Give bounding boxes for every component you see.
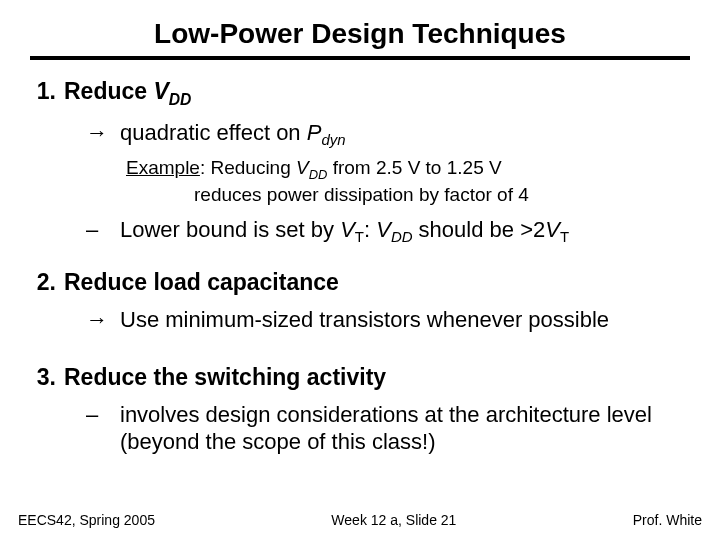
text: Lower bound is set by bbox=[120, 217, 340, 242]
example-block: Example: Reducing VDD from 2.5 V to 1.25… bbox=[126, 156, 690, 207]
footer-right: Prof. White bbox=[633, 512, 702, 528]
sub-dyn: dyn bbox=[321, 131, 345, 148]
subitem-text: quadratic effect on Pdyn bbox=[120, 119, 346, 150]
list-item-3: 3. Reduce the switching activity bbox=[30, 364, 690, 391]
slide: Low-Power Design Techniques 1. Reduce VD… bbox=[0, 0, 720, 540]
text: Reduce bbox=[64, 78, 153, 104]
subitem-quadratic: → quadratic effect on Pdyn bbox=[86, 119, 690, 150]
slide-title: Low-Power Design Techniques bbox=[30, 18, 690, 50]
sub-t: T bbox=[560, 229, 569, 246]
text: : bbox=[364, 217, 376, 242]
var-v: V bbox=[376, 217, 391, 242]
subitem-architecture: – involves design considerations at the … bbox=[86, 401, 690, 456]
text: should be >2 bbox=[413, 217, 546, 242]
subitem-text: Use minimum-sized transistors whenever p… bbox=[120, 306, 609, 334]
var-v: V bbox=[153, 78, 168, 104]
list-item-2: 2. Reduce load capacitance bbox=[30, 269, 690, 296]
item-text: Reduce load capacitance bbox=[64, 269, 339, 296]
var-v: V bbox=[545, 217, 560, 242]
text: from 2.5 V to 1.25 V bbox=[327, 157, 501, 178]
text: : Reducing bbox=[200, 157, 296, 178]
item-number: 1. bbox=[30, 78, 64, 105]
example-line1: Example: Reducing VDD from 2.5 V to 1.25… bbox=[126, 156, 690, 183]
item-number: 2. bbox=[30, 269, 64, 296]
subitem-lowerbound: – Lower bound is set by VT: VDD should b… bbox=[86, 216, 690, 247]
text: quadratic effect on bbox=[120, 120, 307, 145]
item-text: Reduce the switching activity bbox=[64, 364, 386, 391]
arrow-icon: → bbox=[86, 307, 120, 333]
sub-dd: DD bbox=[169, 91, 192, 108]
footer-left: EECS42, Spring 2005 bbox=[18, 512, 155, 528]
title-rule bbox=[30, 56, 690, 60]
subitem-minsize: → Use minimum-sized transistors whenever… bbox=[86, 306, 690, 334]
arrow-icon: → bbox=[86, 120, 120, 146]
var-p: P bbox=[307, 120, 322, 145]
subitem-text: involves design considerations at the ar… bbox=[120, 401, 690, 456]
list-item-1: 1. Reduce VDD bbox=[30, 78, 690, 109]
var-v: V bbox=[296, 157, 309, 178]
sub-t: T bbox=[355, 229, 364, 246]
dash-icon: – bbox=[86, 402, 120, 428]
subitem-text: Lower bound is set by VT: VDD should be … bbox=[120, 216, 569, 247]
example-label: Example bbox=[126, 157, 200, 178]
dash-icon: – bbox=[86, 217, 120, 243]
sub-dd: DD bbox=[309, 166, 328, 181]
sub-dd: DD bbox=[391, 229, 413, 246]
var-v: V bbox=[340, 217, 355, 242]
slide-footer: EECS42, Spring 2005 Week 12 a, Slide 21 … bbox=[0, 512, 720, 528]
item-text: Reduce VDD bbox=[64, 78, 191, 109]
item-number: 3. bbox=[30, 364, 64, 391]
example-line2: reduces power dissipation by factor of 4 bbox=[194, 183, 690, 207]
footer-center: Week 12 a, Slide 21 bbox=[331, 512, 456, 528]
